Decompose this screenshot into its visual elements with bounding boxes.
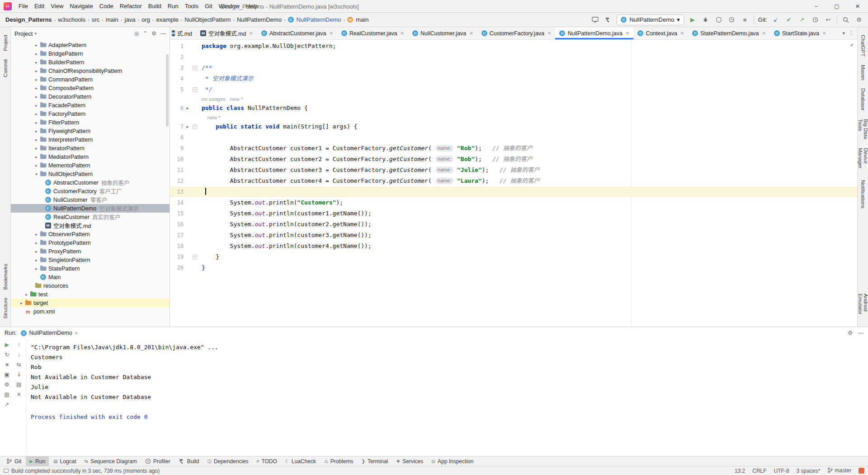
settings-gear-icon[interactable]: ⚙ [854, 15, 863, 24]
editor-line[interactable]: 11 AbstractCustomer customer3 = Customer… [170, 165, 857, 176]
breadcrumb-item-nullobjectpattern[interactable]: NullObjectPattern [184, 16, 231, 23]
editor-line[interactable]: 16 System.out.println(customer2.getName(… [170, 219, 857, 230]
editor-line[interactable]: 17 System.out.println(customer3.getName(… [170, 230, 857, 241]
status-message[interactable]: Build completed successfully in 3 sec, 7… [11, 468, 160, 474]
tree-item-singletonpattern[interactable]: ▸SingletonPattern [11, 256, 170, 264]
maximize-icon[interactable]: ▢ [826, 0, 847, 13]
tree-item-iteratorpattern[interactable]: ▸IteratorPattern [11, 144, 170, 152]
chevron-collapsed-icon[interactable]: ▸ [33, 60, 39, 65]
editor-line[interactable]: 3−/** [170, 62, 857, 73]
tab-nullpatterndemo-java[interactable]: CNullPatternDemo.java✕ [555, 27, 633, 39]
chevron-collapsed-icon[interactable]: ▸ [33, 69, 39, 73]
git-commit-button[interactable]: ✔ [784, 15, 793, 24]
menu-tools[interactable]: Tools [182, 3, 202, 10]
stop-button[interactable]: ■ [741, 15, 750, 24]
chevron-collapsed-icon[interactable]: ▸ [33, 52, 39, 56]
running-devices-icon[interactable] [590, 15, 599, 24]
tab-realcustomer-java[interactable]: CRealCustomer.java✕ [337, 27, 408, 39]
editor-inlay-hint[interactable]: no usages new * [170, 95, 857, 103]
close-tab-icon[interactable]: ✕ [626, 31, 629, 36]
git-rollback-button[interactable]: ↩ [824, 15, 833, 24]
chevron-collapsed-icon[interactable]: ▸ [33, 258, 39, 262]
fold-marker-icon[interactable]: − [192, 84, 198, 95]
tree-item-prototypepattern[interactable]: ▸PrototypePattern [11, 238, 170, 247]
down-stack-trace-icon[interactable]: ↓ [18, 352, 20, 358]
close-tab-icon[interactable]: ✕ [469, 31, 473, 36]
settings-icon[interactable]: ⚙ [5, 381, 9, 388]
breadcrumb-item-nullpatterndemo[interactable]: NullPatternDemo [236, 16, 283, 23]
layout-icon[interactable]: ▤ [5, 391, 9, 398]
editor-line[interactable]: 18 System.out.println(customer4.getName(… [170, 241, 857, 252]
run-button[interactable]: ▶ [688, 15, 697, 24]
editor-line[interactable]: 5− */ [170, 84, 857, 95]
tool-window-button-services[interactable]: ❖Services [392, 456, 427, 466]
console-line[interactable]: Julie [31, 382, 868, 392]
close-icon[interactable]: ✕ [847, 0, 868, 13]
editor-line[interactable]: 19− } [170, 252, 857, 262]
tool-stripe-chatgpt[interactable]: ChatGPT [860, 35, 866, 57]
tree-item-mediatorpattern[interactable]: ▸MediatorPattern [11, 152, 170, 161]
chevron-collapsed-icon[interactable]: ▸ [33, 249, 39, 254]
tab-context-java[interactable]: CContext.java✕ [633, 27, 688, 39]
hide-panel-icon[interactable]: — [160, 30, 166, 37]
chevron-collapsed-icon[interactable]: ▸ [33, 120, 39, 125]
tool-stripe-structure[interactable]: Structure [3, 298, 8, 319]
menu-edit[interactable]: Edit [31, 3, 47, 10]
editor-line[interactable]: 14 System.out.println("Customers"); [170, 197, 857, 208]
chevron-collapsed-icon[interactable]: ▸ [33, 155, 39, 159]
collapse-all-icon[interactable]: ⌃ [143, 30, 147, 37]
chevron-collapsed-icon[interactable]: ▸ [24, 292, 29, 297]
chevron-collapsed-icon[interactable]: ▸ [33, 146, 39, 151]
project-scrollbar[interactable] [166, 54, 169, 127]
gear-icon[interactable]: ⚙ [848, 330, 853, 336]
tool-stripe-big-data-tools[interactable]: Big Data Tools [858, 119, 868, 140]
tree-item-main[interactable]: CMain [11, 273, 170, 281]
search-everywhere-button[interactable] [841, 15, 850, 24]
editor-line[interactable]: 2 [170, 52, 857, 62]
tab-式-md[interactable]: M式.md✕ [170, 27, 196, 39]
fold-marker-icon[interactable]: − [192, 62, 198, 73]
console-line[interactable]: "C:\Program Files\Java\jdk1.8.0_201\bin\… [31, 342, 868, 352]
editor-line[interactable]: 15 System.out.println(customer1.getName(… [170, 208, 857, 219]
tree-item-abstractcustomer[interactable]: CAbstractCustomer抽象的客户 [11, 178, 170, 187]
close-tab-icon[interactable]: ✕ [762, 31, 766, 36]
editor-line[interactable]: 8 [170, 132, 857, 143]
chevron-collapsed-icon[interactable]: ▸ [33, 138, 39, 142]
tool-stripe-commit[interactable]: Commit [3, 59, 8, 77]
console-line[interactable]: Customers [31, 352, 868, 362]
tree-item-nullpatterndemo[interactable]: CNullPatternDemo空对象模式演示 [11, 204, 170, 213]
tool-window-button-todo[interactable]: ≡TODO [253, 456, 281, 466]
tool-stripe-maven[interactable]: Maven [860, 65, 866, 81]
tool-window-button-sequence-diagram[interactable]: ⇆Sequence Diagram [81, 456, 141, 466]
tool-window-button-luacheck[interactable]: ☾LuaCheck [282, 456, 320, 466]
git-update-button[interactable]: ↙ [771, 15, 780, 24]
console-line[interactable]: Rob [31, 362, 868, 372]
fold-marker-icon[interactable]: − [192, 121, 198, 132]
editor-line[interactable]: 12 AbstractCustomer customer4 = Customer… [170, 176, 857, 186]
tree-item-customerfactory[interactable]: CCustomerFactory客户工厂 [11, 187, 170, 195]
tool-window-button-logcat[interactable]: ▤Logcat [50, 456, 80, 466]
tree-item-factorypattern[interactable]: ▸FactoryPattern [11, 109, 170, 118]
tree-item-proxypattern[interactable]: ▸ProxyPattern [11, 247, 170, 256]
run-configuration-select[interactable]: CNullPatternDemo▾ [617, 14, 684, 25]
tool-window-button-git[interactable]: Git [3, 456, 25, 466]
tree-item-空对象模式-md[interactable]: M空对象模式.md [11, 221, 170, 230]
chevron-collapsed-icon[interactable]: ▸ [33, 103, 39, 108]
more-options-icon[interactable]: ⋮ [849, 30, 854, 36]
chevron-collapsed-icon[interactable]: ▸ [33, 266, 39, 271]
tool-window-button-problems[interactable]: ⚠Problems [321, 456, 357, 466]
menu-file[interactable]: File [15, 3, 31, 10]
tool-window-button-dependencies[interactable]: ◫Dependencies [203, 456, 252, 466]
tab-空对象模式-md[interactable]: M空对象模式.md✕ [196, 27, 257, 39]
tree-item-target[interactable]: ▸target [11, 299, 170, 307]
chevron-collapsed-icon[interactable]: ▸ [33, 112, 39, 116]
git-branch-widget[interactable]: master [827, 467, 851, 475]
menu-view[interactable]: View [47, 3, 66, 10]
gear-icon[interactable]: ⚙ [151, 30, 156, 37]
git-history-button[interactable] [811, 15, 820, 24]
tree-item-nullcustomer[interactable]: CNullCustomer零客户 [11, 195, 170, 204]
code-editor[interactable]: ✔ 1package org.example.NullObjectPattern… [170, 40, 857, 327]
chevron-collapsed-icon[interactable]: ▸ [33, 86, 39, 90]
chevron-down-icon[interactable]: ▾ [34, 31, 37, 36]
run-gutter-icon[interactable]: ▶ [184, 121, 192, 132]
